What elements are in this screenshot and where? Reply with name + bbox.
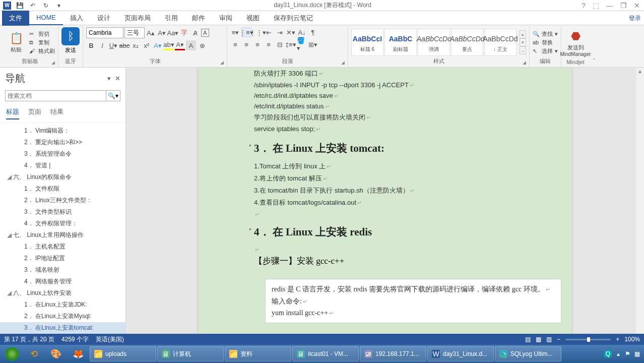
styles-up-icon[interactable]: ▴ bbox=[520, 30, 526, 38]
copy-button[interactable]: ⧉复制 bbox=[29, 39, 55, 46]
nav-tab-results[interactable]: 结果 bbox=[50, 107, 63, 119]
taskbar-button[interactable]: 📁资料 bbox=[225, 346, 291, 361]
tree-item[interactable]: 1． Vim编辑器： bbox=[0, 125, 125, 137]
start-button[interactable] bbox=[2, 346, 22, 362]
nav-tab-headings[interactable]: 标题 bbox=[6, 107, 19, 119]
nav-close-icon[interactable]: ✕ bbox=[115, 75, 120, 82]
taskbar-button[interactable]: 🖳192.168.177.1... bbox=[360, 346, 426, 361]
line-spacing-icon[interactable]: ‡≡▾ bbox=[286, 39, 296, 49]
dialog-launcher-icon[interactable]: ◢ bbox=[341, 60, 345, 65]
sort-icon[interactable]: A↓ bbox=[297, 27, 307, 37]
tree-item[interactable]: ◢六、 Linux的权限命令 bbox=[0, 171, 125, 183]
font-family-select[interactable] bbox=[86, 27, 123, 38]
close-icon[interactable]: ✕ bbox=[634, 2, 640, 10]
tree-item[interactable]: 2． 重定向输出>和>> bbox=[0, 137, 125, 148]
minimize-icon[interactable]: — bbox=[606, 2, 613, 10]
zoom-level[interactable]: 100% bbox=[624, 336, 640, 343]
tree-item[interactable]: 4． 文件权限管理： bbox=[0, 218, 125, 229]
zoom-slider[interactable] bbox=[565, 339, 611, 340]
align-center-icon[interactable]: ≡ bbox=[241, 39, 251, 49]
tree-item[interactable]: 4． 管道 | bbox=[0, 160, 125, 171]
styles-more-icon[interactable]: ⌄ bbox=[520, 46, 526, 54]
tab-references[interactable]: 引用 bbox=[158, 11, 185, 26]
status-lang[interactable]: 英语(美国) bbox=[96, 335, 124, 344]
tree-item[interactable]: 2． IP地址配置 bbox=[0, 253, 125, 264]
dialog-launcher-icon[interactable]: ◢ bbox=[220, 60, 224, 65]
read-mode-icon[interactable]: ▤ bbox=[525, 336, 531, 343]
mindjet-button[interactable]: ⬣ 发送到 MindManager bbox=[564, 30, 587, 57]
replace-button[interactable]: ab替换 bbox=[533, 39, 558, 46]
tree-item[interactable]: 1． 文件权限 bbox=[0, 183, 125, 195]
qat-dropdown-icon[interactable]: ▾ bbox=[54, 1, 63, 10]
tree-item[interactable]: 1． 在Linux上安装JDK: bbox=[0, 299, 125, 311]
ribbon-display-icon[interactable]: ⬚ bbox=[593, 2, 599, 10]
show-marks-icon[interactable]: ¶ bbox=[308, 27, 318, 37]
tab-design[interactable]: 设计 bbox=[90, 11, 117, 26]
collapse-ribbon-icon[interactable]: ˇ bbox=[590, 26, 599, 67]
tab-home[interactable]: HOME bbox=[29, 11, 63, 25]
tree-item[interactable]: 3． 系统管理命令 bbox=[0, 148, 125, 160]
style-item[interactable]: AaBbCcDc强调 bbox=[418, 29, 450, 56]
tray-flag-icon[interactable]: ⚑ bbox=[625, 350, 630, 357]
format-painter-button[interactable]: 🖌格式刷 bbox=[29, 47, 55, 55]
taskbar-button[interactable]: 🖥计算机 bbox=[157, 346, 224, 361]
multilevel-icon[interactable]: ⋮⋮▾ bbox=[252, 27, 263, 37]
tray-misc-icon[interactable]: ▦ bbox=[634, 350, 640, 357]
firefox-icon[interactable]: 🦊 bbox=[68, 346, 89, 361]
web-layout-icon[interactable]: ▥ bbox=[546, 336, 552, 343]
tree-item[interactable]: 2． 在Linux上安装Mysql: bbox=[0, 311, 125, 322]
clear-format-icon[interactable]: A̷ bbox=[190, 28, 200, 38]
zoom-out-icon[interactable]: − bbox=[557, 336, 560, 343]
phonetic-icon[interactable]: 字 bbox=[179, 28, 189, 38]
document-area[interactable]: 防火墙打开 3306 端口/sbin/iptables -I INPUT -p … bbox=[126, 68, 644, 334]
dialog-launcher-icon[interactable]: ◢ bbox=[51, 60, 55, 65]
dialog-launcher-icon[interactable]: ◢ bbox=[523, 60, 526, 65]
taskbar-button[interactable]: 🐬SQLyog Ultim... bbox=[495, 346, 561, 361]
font-color-icon[interactable]: A▾ bbox=[175, 40, 185, 50]
paint-icon[interactable]: 🎨 bbox=[45, 346, 67, 361]
taskbar-button[interactable]: Wday31_Linux.d... bbox=[427, 346, 494, 361]
font-size-select[interactable] bbox=[124, 27, 145, 38]
decrease-indent-icon[interactable]: ⇤ bbox=[264, 27, 274, 37]
distribute-icon[interactable]: ⊟ bbox=[275, 39, 285, 49]
increase-indent-icon[interactable]: ⇥ bbox=[275, 27, 285, 37]
align-left-icon[interactable]: ≡ bbox=[230, 39, 240, 49]
bluetooth-icon[interactable]: ᛒ bbox=[61, 27, 80, 45]
italic-icon[interactable]: I bbox=[97, 40, 107, 50]
align-right-icon[interactable]: ≡ bbox=[252, 39, 263, 49]
select-button[interactable]: ↖选择 ▾ bbox=[533, 47, 558, 55]
tab-cloud[interactable]: 保存到云笔记 bbox=[267, 11, 320, 26]
find-button[interactable]: 🔍查找 ▾ bbox=[533, 30, 558, 38]
justify-icon[interactable]: ≡ bbox=[264, 39, 274, 49]
nav-menu-icon[interactable]: ▾ bbox=[107, 75, 111, 82]
tab-layout[interactable]: 页面布局 bbox=[117, 11, 158, 26]
borders-icon[interactable]: ⊞▾ bbox=[308, 39, 318, 49]
tree-item[interactable]: ◢八、 Linux上软件安装 bbox=[0, 287, 125, 299]
undo-icon[interactable]: ↶ bbox=[28, 1, 37, 10]
scrollbar[interactable]: ▴ bbox=[636, 68, 644, 334]
grow-font-icon[interactable]: A▴ bbox=[146, 28, 156, 38]
tab-file[interactable]: 文件 bbox=[2, 11, 29, 26]
underline-icon[interactable]: U▾ bbox=[108, 40, 118, 50]
enclose-icon[interactable]: ⊕ bbox=[197, 40, 207, 50]
text-effects-icon[interactable]: A▾ bbox=[153, 40, 163, 50]
redo-icon[interactable]: ↻ bbox=[41, 1, 50, 10]
taskbar-button[interactable]: 🖥itcast01 - VM... bbox=[292, 346, 359, 361]
paste-button[interactable]: 📋 粘贴 bbox=[5, 32, 27, 53]
tab-view[interactable]: 视图 bbox=[239, 11, 267, 26]
help-icon[interactable]: ? bbox=[582, 2, 586, 10]
save-icon[interactable]: 💾 bbox=[15, 1, 24, 10]
nav-search-input[interactable] bbox=[5, 90, 106, 101]
shading-icon[interactable]: 🪣▾ bbox=[297, 39, 307, 49]
superscript-icon[interactable]: x² bbox=[142, 40, 152, 50]
tree-item[interactable]: 3． 域名映射 bbox=[0, 264, 125, 276]
nav-search-button[interactable]: 🔍▾ bbox=[106, 90, 120, 101]
tab-review[interactable]: 审阅 bbox=[212, 11, 239, 26]
tab-mailings[interactable]: 邮件 bbox=[185, 11, 212, 26]
style-item[interactable]: AaBbCcDd要点 bbox=[451, 29, 483, 56]
nav-tab-pages[interactable]: 页面 bbox=[28, 107, 41, 119]
strike-icon[interactable]: abc bbox=[119, 40, 130, 50]
style-item[interactable]: AaBbCcDd↓ 正文 bbox=[484, 29, 517, 56]
tray-more-icon[interactable]: ▲ bbox=[616, 351, 621, 357]
tree-item[interactable]: 1． 主机名配置 bbox=[0, 241, 125, 253]
